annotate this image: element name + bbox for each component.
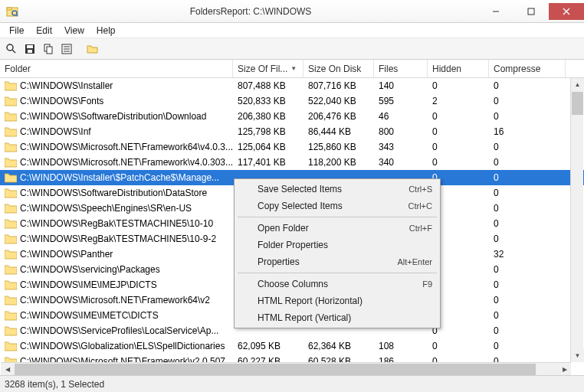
table-row[interactable]: C:\WINDOWS\Fonts520,833 KB522,040 KB5952… xyxy=(0,93,584,109)
menu-view[interactable]: View xyxy=(58,24,90,38)
table-row[interactable]: C:\WINDOWS\Globalization\ELS\SpellDictio… xyxy=(0,338,584,354)
table-row[interactable]: C:\WINDOWS\Inf125,798 KB86,444 KB800016 xyxy=(0,124,584,139)
properties-icon[interactable] xyxy=(58,41,75,57)
column-header: Folder Size Of Fil...▼ Size On Disk File… xyxy=(0,60,584,78)
scrollbar-horizontal[interactable]: ◀ ▶ xyxy=(1,362,571,375)
cell-size: 807,488 KB xyxy=(233,79,303,93)
cell-size: 520,833 KB xyxy=(233,94,303,108)
menu-item[interactable]: Folder Properties xyxy=(236,237,438,253)
close-button[interactable] xyxy=(549,3,584,20)
scroll-thumb-vertical[interactable] xyxy=(572,92,583,115)
table-row[interactable]: C:\WINDOWS\Microsoft.NET\Framework\v4.0.… xyxy=(0,155,584,170)
cell-compressed: 0 xyxy=(489,217,566,230)
cell-folder: C:\WINDOWS\Inf xyxy=(0,125,233,139)
menu-label: HTML Report (Horizontal) xyxy=(258,296,432,306)
folder-path: C:\WINDOWS\servicing\Packages xyxy=(20,264,160,275)
save-icon[interactable] xyxy=(21,41,38,57)
cell-compressed: 0 xyxy=(489,278,566,292)
cell-hidden: 0 xyxy=(428,109,489,123)
cell-folder: C:\WINDOWS\Microsoft.NET\Framework64\v4.… xyxy=(0,140,233,154)
svg-rect-14 xyxy=(47,47,52,54)
menu-file[interactable]: File xyxy=(3,24,30,38)
cell-size: 62,095 KB xyxy=(233,339,303,353)
menu-item[interactable]: HTML Report (Vertical) xyxy=(236,309,438,326)
cell-folder: C:\WINDOWS\Fonts xyxy=(0,94,233,108)
cell-folder: C:\WINDOWS\IME\IMEJP\DICTS xyxy=(0,278,233,292)
menu-item[interactable]: Copy Selected ItemsCtrl+C xyxy=(236,198,438,214)
menu-item[interactable]: Save Selected ItemsCtrl+S xyxy=(236,181,438,198)
svg-rect-1 xyxy=(7,8,11,10)
folder-path: C:\WINDOWS\ServiceProfiles\LocalService\… xyxy=(20,325,218,336)
copy-icon[interactable] xyxy=(40,41,57,57)
menu-label: HTML Report (Vertical) xyxy=(258,312,432,323)
menubar: File Edit View Help xyxy=(0,23,584,38)
table-row[interactable]: C:\WINDOWS\Microsoft.NET\Framework64\v4.… xyxy=(0,139,584,155)
cell-compressed: 0 xyxy=(489,186,566,200)
titlebar: FoldersReport: C:\WINDOWS xyxy=(0,0,584,23)
column-files[interactable]: Files xyxy=(374,60,428,77)
menu-item[interactable]: PropertiesAlt+Enter xyxy=(236,253,438,270)
menu-label: Choose Columns xyxy=(258,279,422,289)
cell-compressed: 0 xyxy=(489,79,566,93)
table-row[interactable]: C:\WINDOWS\SoftwareDistribution\Download… xyxy=(0,109,584,124)
svg-rect-12 xyxy=(28,50,32,53)
cell-files: 340 xyxy=(374,155,428,169)
cell-disk: 522,040 KB xyxy=(303,94,374,108)
cell-compressed: 16 xyxy=(489,125,566,139)
scroll-right-icon[interactable]: ▶ xyxy=(558,363,571,376)
menu-edit[interactable]: Edit xyxy=(30,24,58,38)
menu-item[interactable]: Open FolderCtrl+F xyxy=(236,220,438,237)
svg-rect-5 xyxy=(528,8,534,15)
app-icon xyxy=(6,5,18,18)
scrollbar-vertical[interactable]: ▲ ▼ xyxy=(570,78,583,362)
scroll-thumb-horizontal[interactable] xyxy=(15,364,536,375)
cell-folder: C:\WINDOWS\ServiceProfiles\LocalService\… xyxy=(0,324,233,338)
cell-files: 140 xyxy=(374,79,428,93)
cell-disk: 807,716 KB xyxy=(303,79,374,93)
cell-folder: C:\WINDOWS\Speech\Engines\SR\en-US xyxy=(0,201,233,215)
folder-path: C:\WINDOWS\SoftwareDistribution\Download xyxy=(20,111,206,122)
cell-hidden: 0 xyxy=(428,155,489,169)
column-disk[interactable]: Size On Disk xyxy=(303,60,374,77)
menu-help[interactable]: Help xyxy=(90,24,122,38)
folder-path: C:\WINDOWS\Panther xyxy=(20,249,113,260)
menu-label: Open Folder xyxy=(258,223,409,234)
cell-compressed: 0 xyxy=(489,94,566,108)
search-icon[interactable] xyxy=(3,41,20,57)
svg-rect-11 xyxy=(27,45,33,48)
scroll-up-icon[interactable]: ▲ xyxy=(571,78,584,91)
menu-item[interactable]: Choose ColumnsF9 xyxy=(236,276,438,292)
cell-compressed: 0 xyxy=(489,309,566,322)
folder-path: C:\WINDOWS\Installer xyxy=(20,80,113,91)
cell-size: 125,798 KB xyxy=(233,125,303,139)
column-size[interactable]: Size Of Fil...▼ xyxy=(233,60,303,77)
sort-desc-icon: ▼ xyxy=(290,65,297,72)
cell-folder: C:\WINDOWS\Installer\$PatchCache$\Manage… xyxy=(0,171,233,185)
folder-path: C:\WINDOWS\IME\IMETC\DICTS xyxy=(20,310,159,321)
cell-compressed: 32 xyxy=(489,247,566,261)
open-folder-icon[interactable] xyxy=(84,41,101,57)
cell-hidden: 0 xyxy=(428,79,489,93)
cell-hidden: 0 xyxy=(428,125,489,139)
minimize-button[interactable] xyxy=(478,3,513,20)
cell-hidden: 2 xyxy=(428,94,489,108)
cell-hidden: 0 xyxy=(428,140,489,154)
column-folder[interactable]: Folder xyxy=(0,60,233,77)
cell-files: 108 xyxy=(374,339,428,353)
cell-size: 125,064 KB xyxy=(233,140,303,154)
maximize-button[interactable] xyxy=(513,3,549,20)
scroll-down-icon[interactable]: ▼ xyxy=(571,349,584,362)
column-compressed[interactable]: Compresse xyxy=(489,60,566,77)
menu-shortcut: F9 xyxy=(422,279,432,289)
column-hidden[interactable]: Hidden xyxy=(428,60,489,77)
scroll-left-icon[interactable]: ◀ xyxy=(1,363,14,376)
status-text: 3268 item(s), 1 Selected xyxy=(5,379,104,390)
menu-shortcut: Ctrl+S xyxy=(408,185,432,194)
table-row[interactable]: C:\WINDOWS\Installer807,488 KB807,716 KB… xyxy=(0,78,584,93)
folder-path: C:\WINDOWS\RegBak\TESTMACHINE5\10-10 xyxy=(20,218,213,229)
cell-folder: C:\WINDOWS\Microsoft.NET\Framework\v4.0.… xyxy=(0,155,233,169)
cell-hidden: 0 xyxy=(428,339,489,353)
folder-path: C:\WINDOWS\SoftwareDistribution\DataStor… xyxy=(20,188,207,198)
cell-size xyxy=(233,329,303,332)
menu-item[interactable]: HTML Report (Horizontal) xyxy=(236,292,438,309)
